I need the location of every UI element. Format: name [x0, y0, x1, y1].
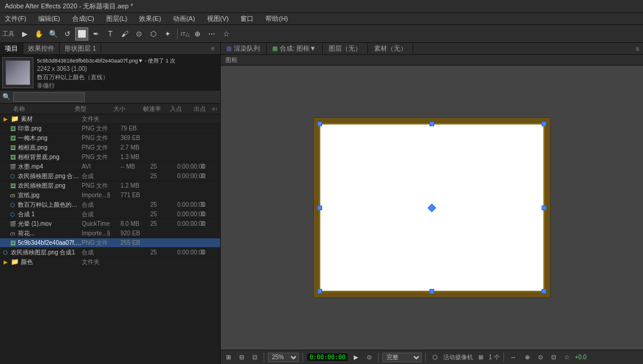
handle-ml[interactable]: [317, 206, 322, 210]
menu-edit[interactable]: 编辑(E): [36, 14, 63, 23]
viewer-btn-cam2[interactable]: ⊞: [475, 353, 486, 362]
file-out: 0:: [201, 163, 219, 170]
menu-animation[interactable]: 动画(A): [171, 14, 197, 23]
col-size: 大小: [113, 105, 143, 113]
file-name: 水墨.mp4: [18, 163, 82, 171]
menu-file[interactable]: 文件(F): [2, 14, 29, 23]
tool-puppet[interactable]: ✦: [161, 27, 174, 41]
viewer-btn-e2[interactable]: ⊕: [522, 353, 533, 362]
tool-anchor[interactable]: ⊕: [191, 27, 204, 41]
menu-help[interactable]: 帮助(H): [263, 14, 290, 23]
list-item[interactable]: 🖼 印章.png PNG 文件 79 EB: [0, 124, 220, 133]
list-item[interactable]: ▶ 📁 素材 文件夹: [0, 114, 220, 124]
handle-tl[interactable]: [317, 122, 322, 126]
file-in: 0:00:00:00: [177, 163, 201, 170]
list-item[interactable]: 🖼 一梅木.png PNG 文件 369 EB: [0, 133, 220, 143]
quality-select[interactable]: 完整 一半 三分之一 四分之一: [382, 353, 422, 362]
viewer-btn-a[interactable]: ▶: [351, 353, 361, 362]
tab-layer[interactable]: 图层（无）: [323, 43, 368, 54]
file-size: 79 EB: [120, 125, 150, 132]
panel-menu-icon[interactable]: ≡: [208, 44, 218, 54]
search-icon: 🔍: [2, 93, 11, 101]
list-item[interactable]: 🎬 水墨.mp4 AVI -- MB 25 0:00:00:00 0:: [0, 162, 220, 172]
tab-effects[interactable]: 效果控件: [23, 43, 60, 54]
viewer-btn-safe[interactable]: ⊡: [249, 353, 260, 362]
list-item[interactable]: ⬡ 农民插秧图层.png 合成 1 合成 25 0:00:00:00 0:: [0, 172, 220, 181]
tool-rotate[interactable]: ↺: [61, 27, 74, 41]
comp-icon: ⬡: [8, 173, 17, 180]
tool-shape[interactable]: ⬜: [75, 27, 88, 41]
col-name: 名称: [0, 105, 75, 113]
list-item[interactable]: ⬡ 农民插秧图层.png 合成1 合成 25 0:00:00:00 0:: [0, 248, 220, 257]
tool-text[interactable]: T: [104, 27, 117, 41]
mov-icon: 🎬: [8, 220, 17, 228]
file-rate: 25: [150, 173, 177, 179]
file-type: PNG 文件: [82, 182, 120, 190]
viewer-btn-cam[interactable]: ⬡: [429, 353, 441, 362]
tool-cam[interactable]: ⋯: [205, 27, 218, 41]
list-item[interactable]: ⬡ 数百万种以上颜色的密度 合成 25 0:00:00:00 0:: [0, 200, 220, 210]
tool-zoom[interactable]: 🔍: [47, 27, 60, 41]
viewer-timecode[interactable]: 0:00:00:00: [307, 353, 348, 362]
handle-tm[interactable]: [429, 122, 434, 126]
file-name: 农民插秧图层.png 合成1: [11, 248, 82, 257]
offset-value: +0.0: [575, 354, 587, 360]
zoom-select[interactable]: 25% 50% 100%: [268, 353, 299, 362]
panel-label-bar: 图框: [221, 55, 643, 66]
search-input[interactable]: [13, 92, 85, 102]
tool-stamp[interactable]: ⊙: [132, 27, 146, 41]
file-rate: 25: [150, 163, 177, 170]
folder-icon: ▶: [1, 259, 10, 266]
list-item[interactable]: 🖼 农民插秧图层.png PNG 文件 1.2 MB: [0, 181, 220, 191]
tool-eraser[interactable]: ⬡: [147, 27, 160, 41]
viewer-btn-b[interactable]: ⊙: [364, 353, 375, 362]
file-name: 数百万种以上颜色的密度: [18, 201, 82, 209]
tool-hand[interactable]: ✋: [32, 27, 45, 41]
list-item[interactable]: 🗃 荷花... Importe...§ 920 EB: [0, 229, 220, 238]
menu-layer[interactable]: 图层(L): [104, 14, 129, 23]
handle-bm[interactable]: [429, 289, 434, 294]
viewer-btn-grid[interactable]: ⊟: [236, 353, 247, 362]
handle-bl[interactable]: [317, 289, 322, 294]
tab-comp[interactable]: 合成: 图框▼: [267, 43, 323, 54]
viewer-btn-e4[interactable]: ⊡: [548, 353, 559, 362]
handle-tr[interactable]: [542, 122, 546, 126]
tab-shape-layer[interactable]: 形状图层 1: [60, 43, 101, 54]
viewer-sep-4: [425, 353, 426, 362]
tab-render-queue[interactable]: 渲染队列: [221, 43, 267, 54]
viewer-btn-snap[interactable]: ⊞: [223, 353, 234, 362]
list-item[interactable]: 🖼 5c9b3d4bf2e40aa07f.p... PNG 文件 255 EB: [0, 238, 220, 248]
tool-select[interactable]: ▶: [18, 27, 31, 41]
tab-project[interactable]: 项目: [0, 43, 23, 54]
viewer-sep-2: [302, 353, 303, 362]
list-item[interactable]: 🗃 宣纸.jpg Importe...§ 771 EB: [0, 191, 220, 200]
tool-mask[interactable]: ☆: [220, 27, 233, 41]
viewer-btn-e3[interactable]: ⊙: [535, 353, 546, 362]
tool-pen[interactable]: ✒: [89, 27, 103, 41]
list-item[interactable]: ⬡ 合成 1 合成 25 0:00:00:00 0:: [0, 210, 220, 219]
viewer-btn-e5[interactable]: ☆: [561, 353, 573, 362]
file-name: 颜色: [21, 258, 82, 266]
list-item[interactable]: 🖼 相框底.png PNG 文件 2.7 MB: [0, 143, 220, 153]
file-name: 一梅木.png: [18, 134, 82, 142]
list-item[interactable]: ▶ 📁 颜色 文件夹: [0, 257, 220, 267]
viewer-btn-e1[interactable]: ↔: [508, 353, 520, 362]
viewer-tab-icons: ≡: [636, 45, 643, 52]
file-name: 农民插秧图层.png 合成 1: [18, 172, 82, 181]
menu-composition[interactable]: 合成(C): [70, 14, 97, 23]
handle-br[interactable]: [542, 289, 546, 294]
col-in: 入点: [170, 105, 194, 113]
panel-label: 图框: [225, 56, 237, 64]
list-item[interactable]: 🖼 相框背景底.png PNG 文件 1.3 MB: [0, 153, 220, 162]
file-in: 0:00:00:00: [177, 201, 201, 208]
avi-icon: 🎬: [8, 163, 17, 170]
tab-footage[interactable]: 素材（无）: [368, 43, 413, 54]
list-item[interactable]: 🎬 光晕 (1).mov QuickTime 8.0 MB 25 0:00:00…: [0, 219, 220, 229]
menu-effect[interactable]: 效果(E): [137, 14, 163, 23]
file-type: 文件夹: [82, 258, 120, 266]
handle-mr[interactable]: [542, 206, 546, 210]
tool-brush[interactable]: 🖌: [118, 27, 131, 41]
menu-window[interactable]: 窗口: [238, 14, 256, 23]
menu-view[interactable]: 视图(V): [205, 14, 231, 23]
file-icon: 🗃: [8, 230, 17, 237]
